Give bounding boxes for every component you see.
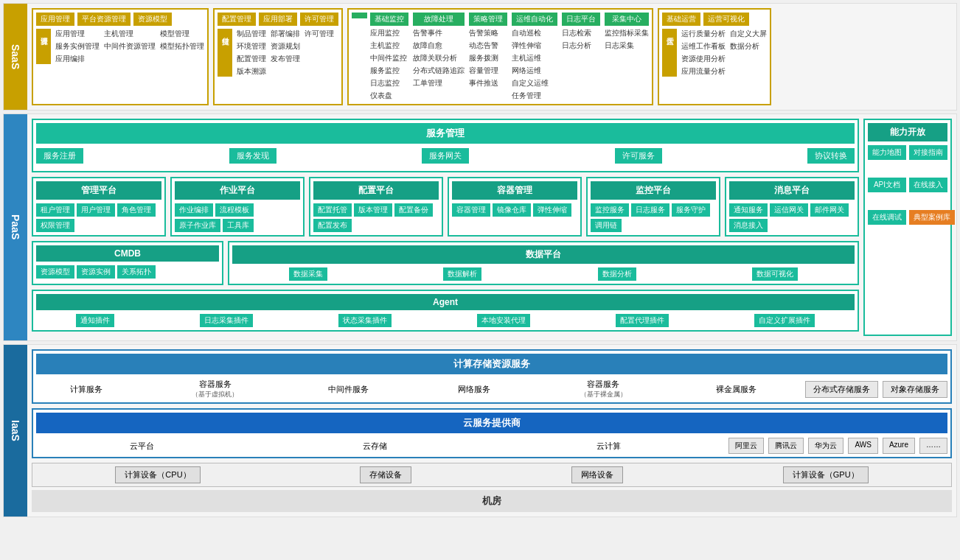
sms-gateway-btn[interactable]: 运信网关 bbox=[770, 203, 808, 217]
log-analysis: 日志分析 bbox=[562, 41, 600, 51]
config-deploy-btn[interactable]: 配置发布 bbox=[313, 219, 352, 232]
cloud-providers: 阿里云 腾讯云 华为云 AWS Azure …… bbox=[728, 438, 947, 454]
log-collect-plugin-btn[interactable]: 日志采集插件 bbox=[200, 314, 253, 327]
service-probe: 服务拨测 bbox=[469, 53, 507, 63]
model-mgmt: 模型管理 bbox=[160, 29, 204, 39]
monitor-platform-btns: 监控服务 日志服务 服务守护 调用链 bbox=[591, 203, 716, 232]
resource-instance-btn[interactable]: 资源实例 bbox=[77, 265, 115, 279]
online-access-btn[interactable]: 在线接入 bbox=[909, 178, 947, 192]
role-mgmt-btn[interactable]: 角色管理 bbox=[117, 203, 156, 217]
log-collect: 日志采集 bbox=[605, 41, 649, 51]
container-mgmt-btn[interactable]: 容器管理 bbox=[452, 203, 490, 217]
monitor-service-btn[interactable]: 监控服务 bbox=[591, 203, 629, 217]
user-mgmt-btn[interactable]: 用户管理 bbox=[77, 203, 115, 217]
tenant-mgmt-btn[interactable]: 租户管理 bbox=[36, 203, 74, 217]
network-ops: 网络运维 bbox=[512, 66, 557, 76]
local-install-proxy-btn[interactable]: 本地安装代理 bbox=[477, 314, 530, 327]
fault-handle-col: 故障处理 告警事件 故障自愈 故障关联分析 分布式链路追踪 工单管理 bbox=[413, 13, 465, 101]
data-parse-btn[interactable]: 数据解析 bbox=[443, 267, 481, 281]
resource-model-btn[interactable]: 资源模型 bbox=[36, 265, 74, 279]
capability-map-btn[interactable]: 能力地图 bbox=[868, 145, 906, 160]
status-collect-plugin-btn[interactable]: 状态采集插件 bbox=[338, 314, 392, 327]
saas-monitor-section: 监控运维 基础监控 应用监控 主机监控 中间件监控 服务监控 日志监控 仪表盘 bbox=[347, 8, 653, 105]
msg-platform-title: 消息平台 bbox=[729, 181, 855, 200]
iaas-label: IaaS bbox=[4, 345, 27, 517]
auto-inspection: 自动巡检 bbox=[512, 28, 557, 38]
job-platform-btns: 作业编排 流程模板 原子作业库 工具库 bbox=[175, 203, 300, 232]
ops-visual-col: 自定义大屏 数据分析 bbox=[730, 29, 767, 77]
agent-btns: 通知插件 日志采集插件 状态采集插件 本地安装代理 配置代理插件 自定义扩展插件 bbox=[36, 314, 855, 327]
deploy-edit: 部署编排 bbox=[271, 29, 300, 39]
gpu-device-btn: 计算设备（GPU） bbox=[783, 466, 869, 483]
release-mgmt: 发布管理 bbox=[271, 54, 300, 64]
online-debug-btn[interactable]: 在线调试 bbox=[868, 210, 906, 225]
license-mgmt: 许可管理 bbox=[305, 29, 334, 39]
image-warehouse-btn[interactable]: 镜像仓库 bbox=[493, 203, 531, 217]
cmdb-box: CMDB 资源模型 资源实例 关系拓扑 bbox=[32, 241, 223, 285]
permission-mgmt-btn[interactable]: 权限管理 bbox=[36, 219, 74, 232]
run-quality-analysis: 运行质量分析 bbox=[681, 29, 726, 39]
license-col: 许可管理 bbox=[305, 29, 334, 77]
log-platform-col: 日志平台 日志检索 日志分析 bbox=[562, 13, 600, 101]
version-mgmt-btn[interactable]: 版本管理 bbox=[354, 203, 392, 217]
cmdb-data-row: CMDB 资源模型 资源实例 关系拓扑 数据平台 数据采集 数据解析 bbox=[32, 241, 859, 285]
cap-row1: 能力地图 对接指南 bbox=[868, 145, 947, 160]
relation-topology-btn[interactable]: 关系拓扑 bbox=[117, 265, 156, 279]
config-platform-btns: 配置托管 版本管理 配置备份 配置发布 bbox=[313, 203, 439, 232]
object-storage-btn[interactable]: 对象存储服务 bbox=[883, 381, 947, 398]
typical-case-btn[interactable]: 典型案例库 bbox=[909, 210, 955, 225]
cloud-storage-item: 云存储 bbox=[363, 441, 387, 452]
cloud-compute-item: 云计算 bbox=[596, 441, 621, 452]
tag-ops-auto: 运维自动化 bbox=[512, 13, 557, 26]
notify-plugin-btn[interactable]: 通知插件 bbox=[76, 314, 114, 327]
saas-content: 应用管理 平台资源管理 资源模型 资源管理 应用管理 服务实例管理 应用编排 主… bbox=[27, 4, 956, 110]
config-proxy-plugin-btn[interactable]: 配置代理插件 bbox=[616, 314, 669, 327]
service-gateway-btn[interactable]: 服务网关 bbox=[422, 148, 469, 164]
basic-ops-col: 运行质量分析 运维工作看板 资源使用分析 应用流量分析 bbox=[681, 29, 726, 77]
job-edit-btn[interactable]: 作业编排 bbox=[175, 203, 213, 217]
huawei-provider: 华为云 bbox=[808, 438, 844, 454]
distributed-storage-btn[interactable]: 分布式存储服务 bbox=[805, 381, 878, 398]
service-guard-btn[interactable]: 服务守护 bbox=[672, 203, 710, 217]
elastic-scale2-btn[interactable]: 弹性伸缩 bbox=[533, 203, 571, 217]
job-platform-title: 作业平台 bbox=[175, 181, 300, 200]
process-template-btn[interactable]: 流程模板 bbox=[215, 203, 254, 217]
saas-app-mgmt-header: 应用管理 平台资源管理 资源模型 bbox=[36, 13, 204, 26]
protocol-convert-btn[interactable]: 协议转换 bbox=[807, 148, 855, 164]
data-visual-btn[interactable]: 数据可视化 bbox=[752, 267, 798, 281]
tool-library-btn[interactable]: 工具库 bbox=[223, 219, 254, 232]
saas-ops-visual-section: 基础运营 运营可视化 运营大厅 运行质量分析 运维工作看板 资源使用分析 应用流… bbox=[658, 8, 771, 105]
dashboard: 仪表盘 bbox=[370, 91, 408, 101]
msg-input-btn[interactable]: 消息接入 bbox=[729, 219, 768, 232]
license-service-btn[interactable]: 许可服务 bbox=[615, 148, 662, 164]
elastic-scale: 弹性伸缩 bbox=[512, 41, 557, 51]
call-chain-btn[interactable]: 调用链 bbox=[591, 219, 622, 232]
policy-mgmt-col: 策略管理 告警策略 动态告警 服务拨测 容量管理 事件推送 bbox=[469, 13, 507, 101]
network-service-item: 网络服务 bbox=[458, 384, 490, 395]
cloud-provider-title: 云服务提供商 bbox=[36, 413, 947, 433]
config-backup-btn[interactable]: 配置备份 bbox=[394, 203, 433, 217]
custom-extend-plugin-btn[interactable]: 自定义扩展插件 bbox=[754, 314, 815, 327]
service-discovery-btn[interactable]: 服务发现 bbox=[229, 148, 276, 164]
dynamic-alert: 动态告警 bbox=[469, 41, 507, 51]
collect-center-col: 采集中心 监控指标采集 日志采集 bbox=[605, 13, 649, 101]
config-deploy-body: 持续交付 制品管理 环境管理 配置管理 版本溯源 部署编排 资源规划 发布管理 … bbox=[218, 29, 338, 77]
data-analysis-btn[interactable]: 数据分析 bbox=[598, 267, 636, 281]
iaas-content: 计算存储资源服务 计算服务 容器服务 （基于虚拟机） 中间件服务 bbox=[27, 345, 956, 517]
config-host-btn[interactable]: 配置托管 bbox=[313, 203, 352, 217]
monitor-left: 监控运维 bbox=[352, 13, 367, 101]
atom-job-btn[interactable]: 原子作业库 bbox=[175, 219, 220, 232]
service-register-btn[interactable]: 服务注册 bbox=[36, 148, 83, 164]
custom-ops: 自定义运维 bbox=[512, 78, 557, 88]
policy-mgmt-items: 告警策略 动态告警 服务拨测 容量管理 事件推送 bbox=[469, 28, 507, 88]
data-platform-btns: 数据采集 数据解析 数据分析 数据可视化 bbox=[232, 267, 855, 281]
log-service-btn[interactable]: 日志服务 bbox=[631, 203, 669, 217]
docking-guide-btn[interactable]: 对接指南 bbox=[909, 145, 947, 160]
app-mgmt-item1: 应用管理 bbox=[55, 29, 100, 39]
api-doc-btn[interactable]: API文档 bbox=[868, 178, 906, 192]
notify-service-btn[interactable]: 通知服务 bbox=[729, 203, 768, 217]
data-collect-btn[interactable]: 数据采集 bbox=[289, 267, 327, 281]
capacity-mgmt: 容量管理 bbox=[469, 66, 507, 76]
app-monitor: 应用监控 bbox=[370, 28, 408, 38]
email-gateway-btn[interactable]: 邮件网关 bbox=[810, 203, 849, 217]
